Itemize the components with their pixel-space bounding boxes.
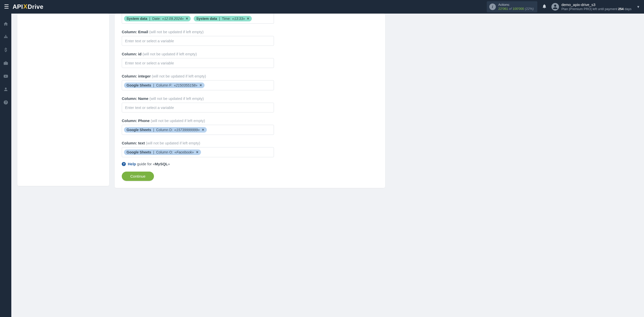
close-icon[interactable]: ✕: [186, 17, 188, 20]
sidebar-item-briefcase[interactable]: [0, 59, 11, 67]
logo-text-api: API: [13, 3, 23, 10]
field-email: Column: Email (will not be updated if le…: [122, 30, 274, 46]
input-integer[interactable]: Google Sheets|Column F: «2150355158»✕: [122, 80, 274, 90]
tag-text[interactable]: Google Sheets|Column O: «Facebook»✕: [124, 149, 201, 155]
close-icon[interactable]: ✕: [199, 84, 202, 87]
avatar-icon: [551, 3, 559, 11]
logo-x: X: [23, 3, 28, 10]
menu-toggle[interactable]: ☰: [4, 4, 9, 10]
question-icon: ?: [122, 162, 126, 166]
field-text: Column: text (will not be updated if lef…: [122, 141, 274, 157]
sidebar-item-connections[interactable]: [0, 33, 11, 41]
field-top-tags[interactable]: System data|Date: «12.09.2024»✕ System d…: [122, 14, 274, 24]
user-plan: Plan |Premium PRO| left until payment 25…: [561, 7, 631, 11]
sidebar: [0, 14, 11, 317]
topbar: ☰ APIXDrive i Actions: 22'061 of 100'000…: [0, 0, 644, 14]
sidebar-item-help[interactable]: [0, 98, 11, 107]
sidebar-item-profile[interactable]: [0, 85, 11, 94]
tag-integer[interactable]: Google Sheets|Column F: «2150355158»✕: [124, 83, 205, 88]
tag-system-time[interactable]: System data|Time: «13:33»✕: [194, 16, 252, 21]
input-id[interactable]: [122, 58, 274, 68]
tag-system-date[interactable]: System data|Date: «12.09.2024»✕: [124, 16, 191, 21]
input-name[interactable]: [122, 103, 274, 112]
field-integer: Column: integer (will not be updated if …: [122, 74, 274, 90]
chevron-down-icon: ▼: [636, 5, 640, 9]
user-menu[interactable]: demo_apix-drive_s3 Plan |Premium PRO| le…: [551, 3, 640, 11]
left-panel: [17, 14, 109, 186]
tag-phone[interactable]: Google Sheets|Column D: «15739999999»✕: [124, 127, 207, 133]
actions-label: Actions:: [498, 3, 534, 7]
svg-rect-3: [7, 37, 7, 38]
help-link[interactable]: ? Help guide for «MySQL»: [122, 162, 274, 166]
input-text[interactable]: Google Sheets|Column O: «Facebook»✕: [122, 147, 274, 157]
sidebar-item-video[interactable]: [0, 72, 11, 81]
input-phone[interactable]: Google Sheets|Column D: «15739999999»✕: [122, 125, 274, 135]
actions-badge[interactable]: i Actions: 22'061 of 100'000 (22%): [487, 1, 537, 13]
close-icon[interactable]: ✕: [247, 17, 249, 20]
info-icon: i: [489, 4, 496, 10]
field-id: Column: id (will not be updated if left …: [122, 52, 274, 68]
user-text: demo_apix-drive_s3 Plan |Premium PRO| le…: [561, 3, 631, 11]
sidebar-item-home[interactable]: [0, 20, 11, 28]
content: System data|Date: «12.09.2024»✕ System d…: [11, 14, 644, 317]
logo[interactable]: APIXDrive: [13, 3, 44, 10]
actions-text: Actions: 22'061 of 100'000 (22%): [498, 3, 534, 11]
svg-rect-0: [5, 35, 6, 36]
svg-rect-1: [4, 37, 5, 38]
input-email[interactable]: [122, 36, 274, 46]
close-icon[interactable]: ✕: [196, 150, 198, 154]
user-name: demo_apix-drive_s3: [561, 3, 631, 7]
topbar-right: i Actions: 22'061 of 100'000 (22%) demo_…: [487, 1, 640, 13]
logo-text-drive: Drive: [28, 3, 44, 10]
field-phone: Column: Phone (will not be updated if le…: [122, 118, 274, 135]
field-name: Column: Name (will not be updated if lef…: [122, 96, 274, 112]
bell-icon[interactable]: [542, 4, 547, 10]
sidebar-item-billing[interactable]: [0, 46, 11, 54]
continue-button[interactable]: Continue: [122, 172, 154, 181]
actions-values: 22'061 of 100'000 (22%): [498, 7, 534, 11]
close-icon[interactable]: ✕: [202, 128, 204, 132]
svg-rect-2: [5, 37, 6, 38]
main-panel: System data|Date: «12.09.2024»✕ System d…: [115, 14, 385, 188]
